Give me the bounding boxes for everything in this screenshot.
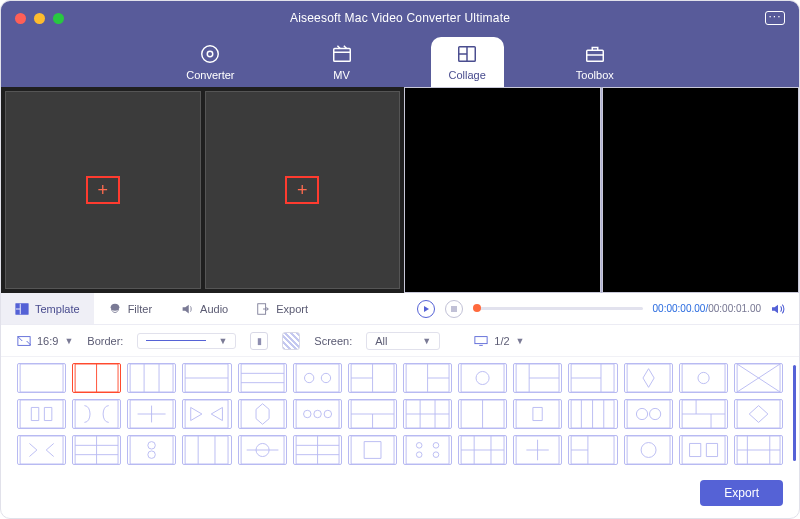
layout-thumb[interactable]: "/> [458,399,507,429]
svg-point-53 [148,451,155,458]
svg-point-45 [636,408,647,419]
seek-slider[interactable] [473,307,643,310]
tab-template[interactable]: Template [1,293,94,324]
add-media-icon: + [86,176,120,204]
svg-rect-49 [20,436,63,464]
layout-thumb[interactable] [17,363,66,393]
option-tabs: Template Filter Audio Export [1,293,322,324]
layout-grid-wrap: M23 0v30"/>M23 0v30M0 15h46 [1,357,799,473]
layout-thumb[interactable] [238,399,287,429]
footer: Export [1,473,799,513]
layout-thumb[interactable] [17,399,66,429]
layout-thumb[interactable] [348,399,397,429]
tab-filter[interactable]: Filter [94,293,166,324]
layout-thumb[interactable] [127,435,176,465]
stage: + + [1,87,799,293]
svg-point-1 [208,51,214,57]
layout-thumb[interactable] [568,363,617,393]
template-icon [15,302,29,316]
svg-point-62 [416,452,422,458]
nav-toolbox[interactable]: Toolbox [558,37,632,87]
stop-button[interactable] [445,300,463,318]
layout-thumb[interactable] [458,435,507,465]
volume-icon[interactable] [771,303,785,315]
layout-thumb[interactable] [403,399,452,429]
layout-thumb[interactable] [403,363,452,393]
collage-slot-1[interactable]: + [5,91,201,289]
svg-point-23 [476,371,489,384]
border-color-button[interactable]: ▮ [250,332,268,350]
screen-label: Screen: [314,335,352,347]
layout-thumb[interactable]: M0 15h46 [624,435,673,465]
grid-scrollbar[interactable] [793,365,796,461]
nav-collage[interactable]: Collage [431,37,504,87]
layout-thumb[interactable] [513,435,562,465]
layout-thumb[interactable] [624,363,673,393]
tab-audio[interactable]: Audio [166,293,242,324]
play-button[interactable] [417,300,435,318]
svg-point-0 [202,46,219,63]
border-style-picker[interactable]: ▼ [137,333,236,349]
layout-thumb[interactable] [17,435,66,465]
layout-thumb[interactable] [679,399,728,429]
feedback-icon[interactable] [765,11,785,25]
svg-rect-69 [682,436,725,464]
layout-thumb[interactable] [182,363,231,393]
layout-thumb[interactable] [127,363,176,393]
page-picker[interactable]: 1/2▼ [474,335,524,347]
layout-thumb[interactable] [568,399,617,429]
filter-icon [108,302,122,316]
svg-rect-51 [130,436,173,464]
layout-thumb[interactable] [72,399,121,429]
layout-thumb[interactable] [348,435,397,465]
tab-export[interactable]: Export [242,293,322,324]
seek-knob[interactable] [473,304,481,312]
layout-thumb[interactable] [72,363,121,393]
layout-thumb[interactable] [238,435,287,465]
svg-point-60 [416,443,422,449]
layout-thumb[interactable] [513,363,562,393]
layout-thumb[interactable] [403,435,452,465]
layout-thumb[interactable] [293,435,342,465]
layout-thumb[interactable] [238,363,287,393]
mv-icon [331,43,353,65]
svg-point-38 [324,410,331,417]
svg-rect-11 [475,336,487,343]
svg-point-63 [433,452,439,458]
layout-thumb[interactable]: M23 0v30 [734,399,783,429]
collage-slot-2[interactable]: + [205,91,401,289]
svg-rect-16 [241,364,284,392]
layout-thumb[interactable] [72,435,121,465]
layout-thumb[interactable] [182,399,231,429]
layout-thumb[interactable] [734,363,783,393]
nav-mv[interactable]: MV [307,37,377,87]
layout-thumb[interactable] [182,435,231,465]
svg-rect-17 [296,364,339,392]
svg-point-18 [304,373,313,382]
layout-thumb[interactable]: M23 0v30 [679,363,728,393]
layout-thumb[interactable] [734,435,783,465]
layout-thumb[interactable] [293,363,342,393]
layout-thumb[interactable] [624,399,673,429]
app-window: Aiseesoft Mac Video Converter Ultimate C… [0,0,800,519]
svg-rect-48 [737,400,780,428]
nav-converter[interactable]: Converter [168,37,252,87]
layout-thumb[interactable] [568,435,617,465]
layout-thumb[interactable] [127,399,176,429]
layout-thumb[interactable] [348,363,397,393]
border-label: Border: [87,335,123,347]
layout-thumb[interactable] [293,399,342,429]
layout-thumb[interactable] [513,399,562,429]
border-pattern-button[interactable] [282,332,300,350]
layout-thumb[interactable] [458,363,507,393]
converter-icon [199,43,221,65]
svg-rect-30 [20,400,63,428]
preview-slot-1 [404,87,601,293]
export-button[interactable]: Export [700,480,783,506]
layout-grid: M23 0v30"/>M23 0v30M0 15h46 [17,363,783,465]
screen-picker[interactable]: All▼ [366,332,440,350]
svg-rect-33 [186,400,229,428]
aspect-ratio-picker[interactable]: 16:9▼ [17,334,73,348]
layout-thumb[interactable] [679,435,728,465]
toolbox-icon [584,43,606,65]
